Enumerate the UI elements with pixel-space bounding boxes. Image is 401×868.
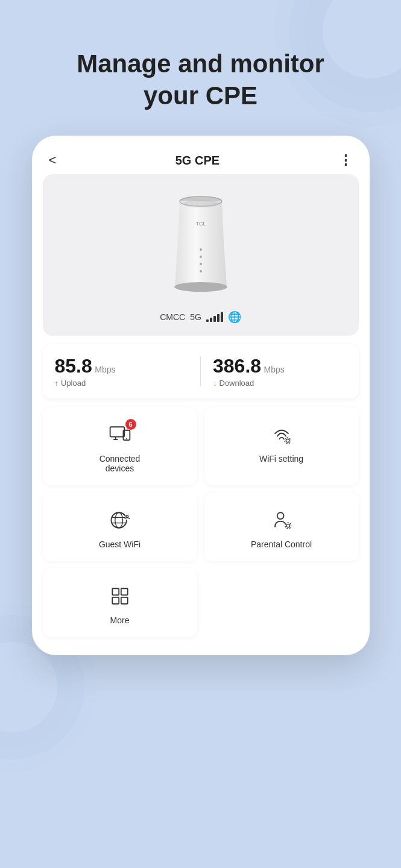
svg-rect-29 <box>112 597 119 604</box>
router-svg: TCL <box>162 189 240 304</box>
network-type-label: 5G <box>190 312 201 322</box>
guest-wifi-icon-container <box>105 507 135 533</box>
svg-text:TCL: TCL <box>195 221 206 227</box>
wifi-setting-label: WiFi setting <box>259 454 303 464</box>
download-label: ↓ Download <box>213 379 347 388</box>
parental-control-icon-container <box>267 507 297 533</box>
carrier-label: CMCC <box>160 312 185 322</box>
svg-point-13 <box>126 438 127 439</box>
svg-point-18 <box>115 512 122 527</box>
menu-button[interactable]: ⋮ <box>339 153 353 168</box>
connected-devices-label: Connecteddevices <box>99 454 141 473</box>
speed-divider <box>200 356 201 386</box>
router-section: TCL CMCC 5G 🌐 <box>43 174 359 336</box>
signal-info: CMCC 5G 🌐 <box>160 310 241 324</box>
upload-label: ↑ Upload <box>55 379 189 388</box>
download-arrow-icon: ↓ <box>213 379 217 388</box>
download-speed: 386.8 Mbps ↓ Download <box>213 355 347 388</box>
hero-section: Manage and monitor your CPE <box>52 48 349 112</box>
parental-control-icon <box>270 508 294 532</box>
svg-point-23 <box>277 512 283 519</box>
upload-unit: Mbps <box>95 365 115 374</box>
download-unit: Mbps <box>264 365 285 374</box>
phone-mockup: < 5G CPE ⋮ <box>32 136 370 655</box>
download-value: 386.8 <box>213 355 261 377</box>
hero-title: Manage and monitor your CPE <box>77 48 324 112</box>
feature-grid: 6 Connecteddevices WiFi setting <box>43 407 359 637</box>
more-icon-container <box>105 583 135 609</box>
router-image: TCL <box>153 186 249 307</box>
svg-rect-30 <box>121 597 127 604</box>
wifi-setting-icon-container <box>267 421 297 448</box>
wifi-setting-icon <box>270 423 294 447</box>
svg-rect-9 <box>110 427 124 436</box>
wifi-setting-tile[interactable]: WiFi setting <box>204 407 359 485</box>
parental-control-tile[interactable]: Parental Control <box>204 492 359 561</box>
parental-control-label: Parental Control <box>251 539 312 549</box>
connected-devices-badge: 6 <box>125 419 136 430</box>
globe-icon: 🌐 <box>228 310 241 324</box>
phone-header: < 5G CPE ⋮ <box>32 136 370 174</box>
svg-point-1 <box>174 282 227 292</box>
svg-point-5 <box>200 263 202 265</box>
svg-point-4 <box>200 256 202 258</box>
svg-point-6 <box>200 270 202 272</box>
svg-rect-27 <box>112 588 119 595</box>
speed-section: 85.8 Mbps ↑ Upload 386.8 Mbps ↓ Download <box>43 344 359 398</box>
guest-wifi-icon <box>108 508 132 532</box>
more-tile[interactable]: More <box>43 568 197 637</box>
signal-bars <box>206 312 223 322</box>
more-label: More <box>110 615 130 625</box>
connected-devices-tile[interactable]: 6 Connecteddevices <box>43 407 197 485</box>
connected-devices-icon-container: 6 <box>105 421 135 448</box>
svg-rect-28 <box>121 588 127 595</box>
guest-wifi-tile[interactable]: Guest WiFi <box>43 492 197 561</box>
guest-wifi-label: Guest WiFi <box>99 539 141 549</box>
upload-arrow-icon: ↑ <box>55 379 59 388</box>
more-icon <box>108 584 132 608</box>
upload-value: 85.8 <box>55 355 92 377</box>
upload-speed: 85.8 Mbps ↑ Upload <box>55 355 189 388</box>
back-button[interactable]: < <box>49 153 57 168</box>
svg-point-17 <box>111 512 126 527</box>
page-title: 5G CPE <box>175 154 219 168</box>
svg-point-3 <box>200 248 202 251</box>
svg-point-8 <box>183 200 219 207</box>
